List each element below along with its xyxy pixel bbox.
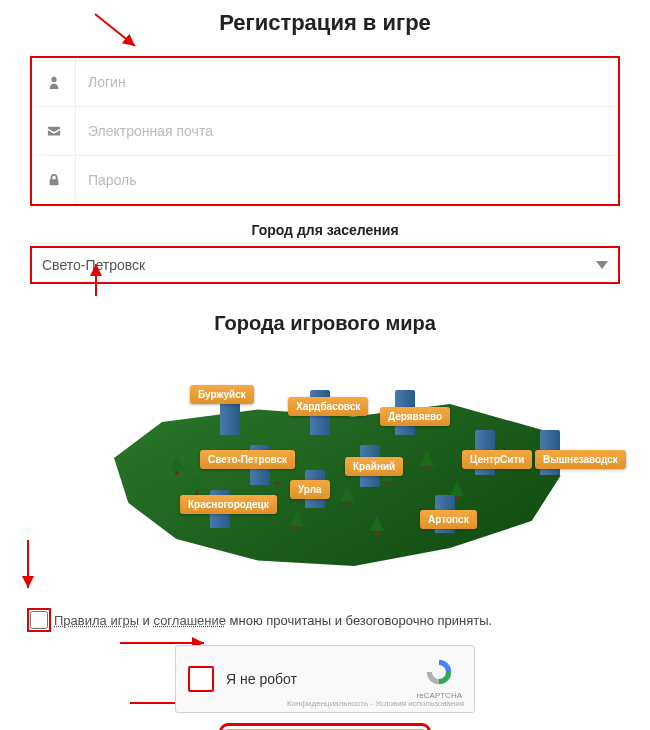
city-tag[interactable]: Буржуйск	[190, 385, 254, 404]
recaptcha-logo: reCAPTCHA	[417, 658, 462, 700]
page-title: Регистрация в игре	[30, 10, 620, 36]
world-map: Буржуйск Хардбасовск Дерявяево Свето-Пет…	[30, 355, 620, 595]
city-tag[interactable]: Крайний	[345, 457, 403, 476]
city-select-label: Город для заселения	[30, 222, 620, 238]
recaptcha-checkbox[interactable]	[188, 666, 214, 692]
city-tag[interactable]: ЦентрСити	[462, 450, 532, 469]
city-tag[interactable]: Красногородецк	[180, 495, 277, 514]
rules-link[interactable]: Правила игры	[54, 613, 139, 628]
login-row	[32, 58, 618, 107]
registration-form	[30, 56, 620, 206]
city-tag[interactable]: Урла	[290, 480, 330, 499]
agreement-row: Правила игры и соглашение мною прочитаны…	[30, 611, 620, 629]
city-tag[interactable]: Свето-Петровск	[200, 450, 295, 469]
agreement-text: Правила игры и соглашение мною прочитаны…	[54, 613, 492, 628]
envelope-icon	[32, 107, 76, 155]
email-input[interactable]	[76, 109, 618, 153]
password-row	[32, 156, 618, 204]
city-tag[interactable]: Дерявяево	[380, 407, 450, 426]
recaptcha-terms: Конфиденциальность - Условия использован…	[287, 699, 464, 708]
email-row	[32, 107, 618, 156]
city-tag[interactable]: Вышнезаводск	[535, 450, 626, 469]
lock-icon	[32, 156, 76, 204]
city-tag[interactable]: Хардбасовск	[288, 397, 368, 416]
city-tag[interactable]: Артопск	[420, 510, 477, 529]
password-input[interactable]	[76, 158, 618, 202]
login-input[interactable]	[76, 60, 618, 104]
agreement-checkbox[interactable]	[30, 611, 48, 629]
map-section-title: Города игрового мира	[30, 312, 620, 335]
recaptcha: Я не робот reCAPTCHA Конфиденциальность …	[175, 645, 475, 713]
city-select[interactable]: Свето-Петровск	[30, 246, 620, 284]
agreement-link[interactable]: соглашение	[153, 613, 225, 628]
recaptcha-label: Я не робот	[226, 671, 417, 687]
user-icon	[32, 58, 76, 106]
